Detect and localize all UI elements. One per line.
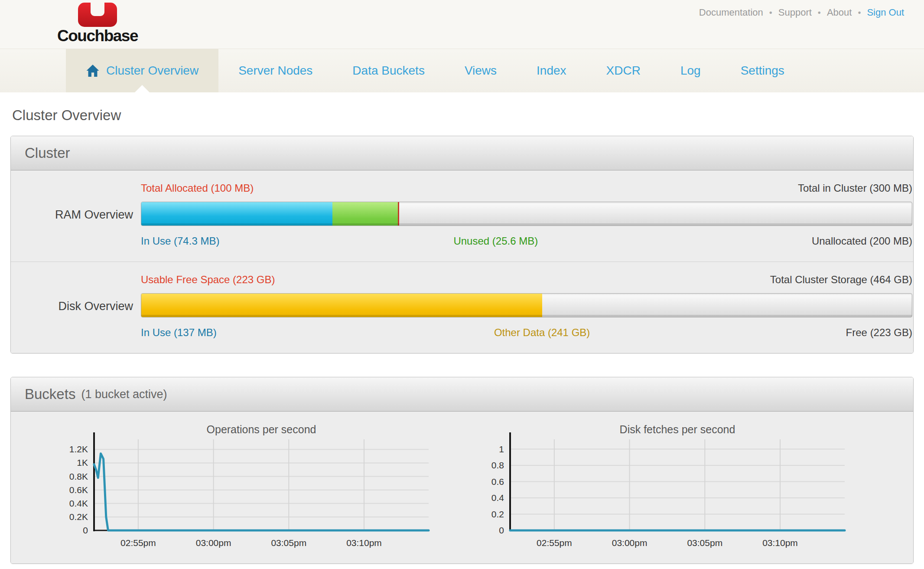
ram-usage-meter xyxy=(141,202,912,226)
ram-in-use-label: In Use (74.3 MB) xyxy=(141,235,219,247)
svg-text:0.8: 0.8 xyxy=(491,460,504,470)
utility-link-sign-out[interactable]: Sign Out xyxy=(867,7,904,18)
ram-unallocated-label: Unallocated (200 MB) xyxy=(812,235,912,247)
tab-label: Settings xyxy=(741,64,784,78)
ram-overview-label: RAM Overview xyxy=(11,208,141,222)
cluster-panel-header: Cluster xyxy=(11,136,913,170)
disk-in-use-label: In Use (137 MB) xyxy=(141,327,217,339)
meter-segment-yellow xyxy=(141,294,542,317)
buckets-panel-subtitle: (1 bucket active) xyxy=(81,388,167,401)
buckets-panel-title: Buckets xyxy=(25,386,75,402)
utility-link-documentation[interactable]: Documentation xyxy=(699,7,763,18)
disk-other-data-label: Other Data (241 GB) xyxy=(494,325,590,340)
top-header: Couchbase Documentation•Support•About•Si… xyxy=(0,0,924,49)
tab-settings[interactable]: Settings xyxy=(721,49,804,92)
svg-text:03:10pm: 03:10pm xyxy=(762,538,798,548)
brand-name: Couchbase xyxy=(53,28,142,44)
couchbase-couch-icon xyxy=(77,2,118,27)
svg-text:0.8K: 0.8K xyxy=(69,471,88,481)
svg-text:02:55pm: 02:55pm xyxy=(120,538,156,548)
couchbase-logo: Couchbase xyxy=(53,2,142,44)
ram-unused-label: Unused (25.6 MB) xyxy=(453,234,538,249)
svg-text:03:05pm: 03:05pm xyxy=(687,538,722,548)
utility-separator: • xyxy=(858,8,861,18)
tab-log[interactable]: Log xyxy=(660,49,721,92)
cluster-panel: Cluster RAM Overview Total Allocated (10… xyxy=(10,136,914,353)
ram-total-allocated-label: Total Allocated (100 MB) xyxy=(141,182,254,194)
svg-text:1: 1 xyxy=(499,444,504,454)
tab-views[interactable]: Views xyxy=(445,49,517,92)
utility-separator: • xyxy=(818,8,821,18)
utility-link-about[interactable]: About xyxy=(827,7,852,18)
tab-label: Data Buckets xyxy=(352,64,425,78)
tab-label: Server Nodes xyxy=(238,64,312,78)
tab-server-nodes[interactable]: Server Nodes xyxy=(218,49,332,92)
svg-text:0: 0 xyxy=(499,525,504,535)
allocation-marker xyxy=(398,202,399,226)
tab-label: Views xyxy=(465,64,497,78)
utility-link-support[interactable]: Support xyxy=(778,7,812,18)
svg-text:Operations per second: Operations per second xyxy=(207,423,316,435)
utility-nav: Documentation•Support•About•Sign Out xyxy=(699,7,904,18)
main-nav: Cluster OverviewServer NodesData Buckets… xyxy=(0,49,924,92)
disk-overview-label: Disk Overview xyxy=(11,300,141,313)
disk-free-label: Free (223 GB) xyxy=(846,327,912,339)
meter-segment-blue xyxy=(141,202,332,226)
ram-overview-row: RAM Overview Total Allocated (100 MB) To… xyxy=(11,170,913,262)
svg-text:03:00pm: 03:00pm xyxy=(196,538,231,548)
svg-text:0.2: 0.2 xyxy=(491,509,504,519)
svg-text:02:55pm: 02:55pm xyxy=(537,538,572,548)
tab-xdcr[interactable]: XDCR xyxy=(586,49,660,92)
tab-index[interactable]: Index xyxy=(517,49,586,92)
buckets-panel-body: Operations per second00.2K0.4K0.6K0.8K1K… xyxy=(11,412,913,563)
operations-per-second-chart: Operations per second00.2K0.4K0.6K0.8K1K… xyxy=(51,422,436,557)
cluster-panel-title: Cluster xyxy=(25,145,70,161)
cluster-panel-body: RAM Overview Total Allocated (100 MB) To… xyxy=(11,170,913,353)
tab-label: XDCR xyxy=(606,64,641,78)
disk-overview-row: Disk Overview Usable Free Space (223 GB)… xyxy=(11,262,913,353)
svg-text:0.4: 0.4 xyxy=(491,493,504,503)
page-title: Cluster Overview xyxy=(12,107,914,124)
svg-text:0.6K: 0.6K xyxy=(69,485,88,495)
meter-segment-green xyxy=(332,202,398,226)
svg-text:03:10pm: 03:10pm xyxy=(346,538,382,548)
disk-fetches-per-second-plot: Disk fetches per second00.20.40.60.8102:… xyxy=(467,422,852,557)
disk-total-storage-label: Total Cluster Storage (464 GB) xyxy=(770,274,912,286)
svg-text:0.2K: 0.2K xyxy=(69,512,88,522)
ram-total-in-cluster-label: Total in Cluster (300 MB) xyxy=(798,182,912,194)
disk-fetches-per-second-chart: Disk fetches per second00.20.40.60.8102:… xyxy=(467,422,852,557)
utility-separator: • xyxy=(769,8,772,18)
svg-text:0.4K: 0.4K xyxy=(69,498,88,508)
tab-cluster-overview[interactable]: Cluster Overview xyxy=(66,49,218,92)
disk-usable-free-space-label: Usable Free Space (223 GB) xyxy=(141,274,275,286)
svg-text:03:00pm: 03:00pm xyxy=(612,538,647,548)
svg-text:1.2K: 1.2K xyxy=(69,444,88,454)
svg-text:03:05pm: 03:05pm xyxy=(271,538,306,548)
home-icon xyxy=(86,64,100,77)
buckets-panel-header: Buckets (1 bucket active) xyxy=(11,377,913,412)
main-content: Cluster Overview Cluster RAM Overview To… xyxy=(0,107,924,564)
svg-text:Disk fetches per second: Disk fetches per second xyxy=(620,423,735,435)
tab-label: Log xyxy=(680,64,701,78)
svg-text:1K: 1K xyxy=(77,458,88,468)
svg-text:0: 0 xyxy=(83,525,88,535)
tab-data-buckets[interactable]: Data Buckets xyxy=(332,49,445,92)
tab-label: Cluster Overview xyxy=(106,64,198,78)
buckets-panel: Buckets (1 bucket active) Operations per… xyxy=(10,377,914,564)
disk-usage-meter xyxy=(141,293,912,317)
svg-text:0.6: 0.6 xyxy=(491,477,504,487)
operations-per-second-plot: Operations per second00.2K0.4K0.6K0.8K1K… xyxy=(51,422,436,557)
tab-label: Index xyxy=(537,64,566,78)
